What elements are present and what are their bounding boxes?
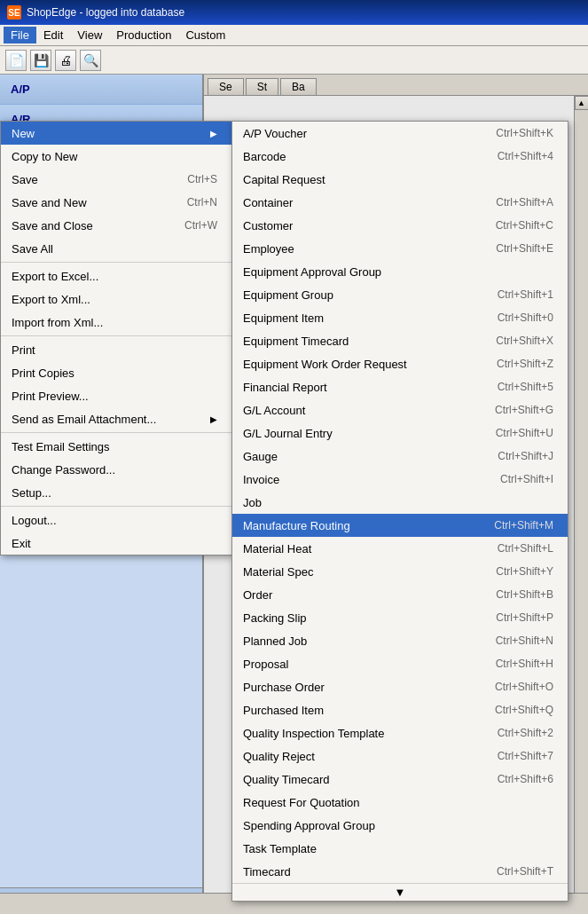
menu-file[interactable]: File bbox=[4, 27, 36, 43]
file-menu-item-logout-[interactable]: Logout... bbox=[1, 508, 231, 532]
menu-view[interactable]: View bbox=[70, 27, 109, 43]
toolbar-search[interactable]: 🔍 bbox=[80, 50, 101, 71]
submenu-item-quality-timecard[interactable]: Quality TimecardCtrl+Shift+6 bbox=[232, 768, 568, 791]
submenu-label: Customer bbox=[243, 219, 293, 232]
submenu-item-job[interactable]: Job bbox=[232, 491, 568, 514]
submenu-item-task-template[interactable]: Task Template bbox=[232, 837, 568, 860]
scroll-up[interactable]: ▲ bbox=[575, 96, 589, 110]
submenu-label: Timecard bbox=[243, 865, 291, 879]
submenu-item-equipment-work-order-request[interactable]: Equipment Work Order RequestCtrl+Shift+Z bbox=[232, 352, 568, 375]
submenu-item-request-for-quotation[interactable]: Request For Quotation bbox=[232, 791, 568, 814]
submenu-label: Capital Request bbox=[243, 173, 325, 186]
toolbar-save[interactable]: 💾 bbox=[30, 50, 51, 71]
submenu-item-planned-job[interactable]: Planned JobCtrl+Shift+N bbox=[232, 629, 568, 652]
file-menu-item-save-and-close[interactable]: Save and CloseCtrl+W bbox=[1, 214, 231, 237]
file-menu-item-change-password-[interactable]: Change Password... bbox=[1, 458, 231, 481]
app-title: ShopEdge - logged into database bbox=[27, 6, 184, 19]
submenu-item-packing-slip[interactable]: Packing SlipCtrl+Shift+P bbox=[232, 606, 568, 629]
submenu-item-equipment-approval-group[interactable]: Equipment Approval Group bbox=[232, 260, 568, 283]
submenu-new: A/P VoucherCtrl+Shift+KBarcodeCtrl+Shift… bbox=[231, 121, 568, 902]
submenu-item-purchase-order[interactable]: Purchase OrderCtrl+Shift+O bbox=[232, 675, 568, 698]
submenu-shortcut: Ctrl+Shift+A bbox=[496, 196, 553, 209]
file-menu-item-print-copies[interactable]: Print Copies bbox=[1, 361, 231, 384]
toolbar: 📄 💾 🖨 🔍 bbox=[0, 46, 588, 75]
menu-separator bbox=[1, 335, 231, 336]
file-menu-item-save[interactable]: SaveCtrl+S bbox=[1, 168, 231, 191]
submenu-item-g-l-journal-entry[interactable]: G/L Journal EntryCtrl+Shift+U bbox=[232, 422, 568, 445]
submenu-item-proposal[interactable]: ProposalCtrl+Shift+H bbox=[232, 652, 568, 675]
submenu-label: Financial Report bbox=[243, 381, 327, 394]
file-menu-item-save-all[interactable]: Save All bbox=[1, 237, 231, 260]
submenu-item-quality-inspection-template[interactable]: Quality Inspection TemplateCtrl+Shift+2 bbox=[232, 721, 568, 745]
submenu-item-quality-reject[interactable]: Quality RejectCtrl+Shift+7 bbox=[232, 745, 568, 768]
submenu-item-gauge[interactable]: GaugeCtrl+Shift+J bbox=[232, 445, 568, 468]
submenu-item-equipment-timecard[interactable]: Equipment TimecardCtrl+Shift+X bbox=[232, 329, 568, 352]
toolbar-new[interactable]: 📄 bbox=[5, 50, 27, 71]
menu-bar: File Edit View Production Custom bbox=[0, 25, 588, 46]
scroll-track[interactable] bbox=[575, 110, 588, 900]
submenu-label: Quality Inspection Template bbox=[243, 727, 384, 740]
tab-ba[interactable]: Ba bbox=[280, 78, 317, 95]
app-icon: SE bbox=[7, 5, 21, 20]
submenu-label: Employee bbox=[243, 242, 294, 256]
menu-production[interactable]: Production bbox=[109, 27, 178, 43]
submenu-item-customer[interactable]: CustomerCtrl+Shift+C bbox=[232, 214, 568, 237]
file-menu-item-print[interactable]: Print bbox=[1, 338, 231, 361]
submenu-shortcut: Ctrl+Shift+I bbox=[500, 473, 553, 485]
file-menu: New▶Copy to NewSaveCtrl+SSave and NewCtr… bbox=[0, 121, 232, 555]
tab-se[interactable]: Se bbox=[208, 78, 244, 95]
submenu-item-a-p-voucher[interactable]: A/P VoucherCtrl+Shift+K bbox=[232, 122, 568, 145]
file-menu-item-import-from-xml-[interactable]: Import from Xml... bbox=[1, 311, 231, 334]
menu-label: Print Copies bbox=[12, 366, 74, 380]
submenu-label: G/L Journal Entry bbox=[243, 427, 333, 440]
menu-label: Exit bbox=[12, 537, 31, 550]
file-menu-item-print-preview-[interactable]: Print Preview... bbox=[1, 384, 231, 407]
submenu-item-material-spec[interactable]: Material SpecCtrl+Shift+Y bbox=[232, 560, 568, 583]
scrollbar[interactable]: ▲ ▼ bbox=[574, 96, 588, 914]
submenu-label: Equipment Group bbox=[243, 288, 333, 302]
submenu-item-spending-approval-group[interactable]: Spending Approval Group bbox=[232, 814, 568, 837]
submenu-label: Container bbox=[243, 196, 293, 209]
file-menu-item-new[interactable]: New▶ bbox=[1, 122, 231, 145]
submenu-label: Purchase Order bbox=[243, 681, 325, 694]
file-menu-item-export-to-excel-[interactable]: Export to Excel... bbox=[1, 264, 231, 288]
submenu-item-equipment-group[interactable]: Equipment GroupCtrl+Shift+1 bbox=[232, 283, 568, 306]
submenu-item-manufacture-routing[interactable]: Manufacture RoutingCtrl+Shift+M bbox=[232, 514, 568, 537]
submenu-shortcut: Ctrl+Shift+6 bbox=[498, 773, 553, 785]
submenu-item-financial-report[interactable]: Financial ReportCtrl+Shift+5 bbox=[232, 375, 568, 398]
submenu-item-material-heat[interactable]: Material HeatCtrl+Shift+L bbox=[232, 537, 568, 560]
file-menu-item-export-to-xml-[interactable]: Export to Xml... bbox=[1, 288, 231, 311]
submenu-item-purchased-item[interactable]: Purchased ItemCtrl+Shift+Q bbox=[232, 698, 568, 721]
main-area: A/PA/RAdminAPQPCustomersEquipmentGeneral… bbox=[0, 75, 588, 914]
submenu-scroll-down[interactable]: ▼ bbox=[232, 883, 568, 901]
file-menu-item-exit[interactable]: Exit bbox=[1, 532, 231, 555]
submenu-item-barcode[interactable]: BarcodeCtrl+Shift+4 bbox=[232, 145, 568, 168]
submenu-item-equipment-item[interactable]: Equipment ItemCtrl+Shift+0 bbox=[232, 306, 568, 329]
tab-st[interactable]: St bbox=[246, 78, 278, 95]
toolbar-print[interactable]: 🖨 bbox=[55, 50, 76, 71]
submenu-shortcut: Ctrl+Shift+1 bbox=[498, 288, 553, 301]
menu-label: Print bbox=[12, 343, 35, 357]
submenu-label: Spending Approval Group bbox=[243, 819, 375, 832]
menu-label: Save and New bbox=[12, 196, 87, 209]
menu-edit[interactable]: Edit bbox=[36, 27, 70, 43]
file-menu-item-setup-[interactable]: Setup... bbox=[1, 481, 231, 504]
submenu-label: Quality Reject bbox=[243, 750, 315, 763]
file-menu-item-send-as-email-attachment-[interactable]: Send as Email Attachment...▶ bbox=[1, 407, 231, 430]
file-menu-item-test-email-settings[interactable]: Test Email Settings bbox=[1, 435, 231, 458]
submenu-item-g-l-account[interactable]: G/L AccountCtrl+Shift+G bbox=[232, 398, 568, 422]
menu-custom[interactable]: Custom bbox=[178, 27, 232, 43]
file-menu-item-copy-to-new[interactable]: Copy to New bbox=[1, 145, 231, 168]
file-menu-item-save-and-new[interactable]: Save and NewCtrl+N bbox=[1, 191, 231, 214]
submenu-shortcut: Ctrl+Shift+O bbox=[495, 681, 553, 693]
submenu-item-capital-request[interactable]: Capital Request bbox=[232, 168, 568, 191]
submenu-item-invoice[interactable]: InvoiceCtrl+Shift+I bbox=[232, 468, 568, 491]
submenu-label: A/P Voucher bbox=[243, 127, 307, 140]
submenu-item-timecard[interactable]: TimecardCtrl+Shift+T bbox=[232, 860, 568, 883]
submenu-shortcut: Ctrl+Shift+0 bbox=[498, 311, 553, 324]
submenu-label: Equipment Timecard bbox=[243, 335, 349, 348]
submenu-item-container[interactable]: ContainerCtrl+Shift+A bbox=[232, 191, 568, 214]
submenu-item-order[interactable]: OrderCtrl+Shift+B bbox=[232, 583, 568, 606]
submenu-item-employee[interactable]: EmployeeCtrl+Shift+E bbox=[232, 237, 568, 260]
sidebar-item-ap[interactable]: A/P bbox=[0, 75, 202, 105]
